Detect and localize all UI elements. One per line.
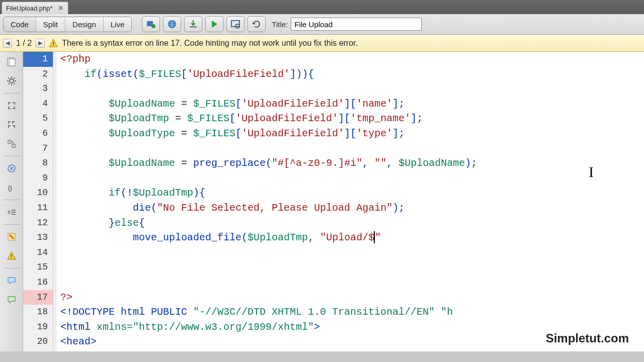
line-number: 11 xyxy=(23,201,53,216)
code-token: 'UploadFileField' xyxy=(242,128,344,139)
line-numbers-icon[interactable]: # xyxy=(5,205,19,219)
warning-message: There is a syntax error on line 17. Code… xyxy=(62,39,358,48)
next-error-icon[interactable]: ▶ xyxy=(36,39,45,48)
code-token: "No File Selected, Please Upload Again" xyxy=(157,202,392,214)
code-token: else xyxy=(115,217,139,229)
code-token: xmlns= xyxy=(97,321,133,333)
live-button[interactable]: Live xyxy=(104,17,132,32)
code-token: die xyxy=(133,202,151,214)
svg-rect-13 xyxy=(12,144,15,147)
code-token: "#[^a-z0-9.]#i" xyxy=(272,157,362,169)
inspect-icon[interactable] xyxy=(226,16,245,32)
syntax-error-icon[interactable]: ! xyxy=(5,249,19,263)
line-number: 17 xyxy=(23,290,53,305)
svg-text:!: ! xyxy=(11,254,12,259)
svg-rect-18 xyxy=(12,212,16,213)
line-number: 4 xyxy=(23,97,53,112)
balance-braces-icon[interactable] xyxy=(5,161,19,175)
code-token: 'UploadFileField' xyxy=(187,68,290,80)
svg-rect-10 xyxy=(9,59,15,66)
view-mode-group: Code Split Design Live xyxy=(3,17,132,32)
prev-error-icon[interactable]: ◀ xyxy=(3,39,12,48)
code-token: "-//W3C//DTD XHTML 1.0 Transitional//EN" xyxy=(193,306,435,318)
editor: {} # ! 1 2 3 4 5 6 7 8 9 10 11 12 13 14 … xyxy=(0,52,644,351)
line-number: 12 xyxy=(23,216,53,231)
svg-rect-17 xyxy=(12,210,16,211)
svg-rect-3 xyxy=(190,26,197,28)
line-number: 6 xyxy=(23,126,53,141)
code-token: "" xyxy=(374,157,386,169)
svg-text:{}: {} xyxy=(8,185,12,192)
design-button[interactable]: Design xyxy=(65,17,104,32)
code-button[interactable]: Code xyxy=(4,17,36,32)
warning-bar: ◀ 1 / 2 ▶ ! There is a syntax error on l… xyxy=(0,35,644,52)
code-token: isset xyxy=(103,68,133,80)
line-number: 9 xyxy=(23,171,53,186)
code-token: if xyxy=(109,187,121,199)
close-icon[interactable]: ✕ xyxy=(58,4,64,12)
line-number: 5 xyxy=(23,111,53,126)
line-number: 13 xyxy=(23,230,53,245)
code-token: <?php xyxy=(60,53,91,65)
svg-rect-19 xyxy=(12,214,16,215)
code-token: <!DOCTYPE html PUBLIC xyxy=(60,306,193,318)
svg-rect-12 xyxy=(8,140,11,143)
code-token: $UploadTmp xyxy=(109,113,169,124)
warning-icon: ! xyxy=(49,39,58,48)
code-token: " xyxy=(375,232,381,243)
code-token: > xyxy=(314,321,320,333)
code-token: preg_replace xyxy=(193,157,266,169)
expand-icon[interactable] xyxy=(5,99,19,113)
globe-icon[interactable] xyxy=(163,16,181,32)
split-button[interactable]: Split xyxy=(36,17,65,32)
line-number: 19 xyxy=(23,320,53,335)
code-token: 'UploadFileField' xyxy=(242,98,344,110)
code-token: $UploadTmp xyxy=(133,187,193,199)
line-number: 1 xyxy=(23,52,53,67)
line-number-gutter: 1 2 3 4 5 6 7 8 9 10 11 12 13 14 15 16 1… xyxy=(23,52,53,351)
title-input[interactable] xyxy=(291,18,422,31)
code-token: ?> xyxy=(60,292,72,303)
error-counter: 1 / 2 xyxy=(16,39,32,48)
code-token: $UploadTmp xyxy=(248,232,308,243)
code-token: $UploadName xyxy=(398,157,465,169)
collapse-icon[interactable] xyxy=(5,118,19,132)
line-number: 18 xyxy=(23,305,53,320)
line-number: 16 xyxy=(23,275,53,290)
line-number: 3 xyxy=(23,81,53,97)
line-number: 7 xyxy=(23,141,53,156)
line-number: 10 xyxy=(23,186,53,201)
download-icon[interactable] xyxy=(184,16,202,32)
svg-marker-4 xyxy=(212,21,217,28)
svg-text:#: # xyxy=(8,209,11,215)
code-token: <html xyxy=(60,321,97,333)
svg-point-11 xyxy=(10,79,14,83)
line-number: 15 xyxy=(23,260,53,275)
code-token: "h xyxy=(435,306,453,318)
line-number: 14 xyxy=(23,245,53,260)
comment-icon[interactable] xyxy=(5,274,19,288)
code-token: $_FILES xyxy=(193,128,235,139)
code-token: $UploadName xyxy=(109,157,175,169)
title-label: Title: xyxy=(272,20,288,29)
file-tab[interactable]: FileUpload.php* ✕ xyxy=(2,2,68,14)
code-token: 'name' xyxy=(356,98,392,110)
svg-text:!: ! xyxy=(52,41,54,47)
code-token: move_uploaded_file xyxy=(133,232,242,243)
select-parent-icon[interactable] xyxy=(5,137,19,151)
gear-icon[interactable] xyxy=(5,74,19,88)
code-token: $_FILES xyxy=(139,68,181,80)
wrap-tag-icon[interactable] xyxy=(5,293,19,307)
code-area[interactable]: <?php if(isset($_FILES['UploadFileField'… xyxy=(56,52,644,351)
code-nav-icon[interactable]: {} xyxy=(5,180,19,195)
refresh-icon[interactable] xyxy=(248,16,266,32)
file-tab-label: FileUpload.php* xyxy=(6,5,53,12)
code-token: $UploadName xyxy=(109,98,175,110)
server-icon[interactable] xyxy=(142,16,160,32)
open-docs-icon[interactable] xyxy=(5,55,19,69)
vertical-toolbar: {} # ! xyxy=(0,52,23,351)
toolbar: Code Split Design Live Title: xyxy=(0,14,644,35)
line-number: 8 xyxy=(23,156,53,171)
play-icon[interactable] xyxy=(205,16,223,32)
highlight-icon[interactable] xyxy=(5,230,19,244)
